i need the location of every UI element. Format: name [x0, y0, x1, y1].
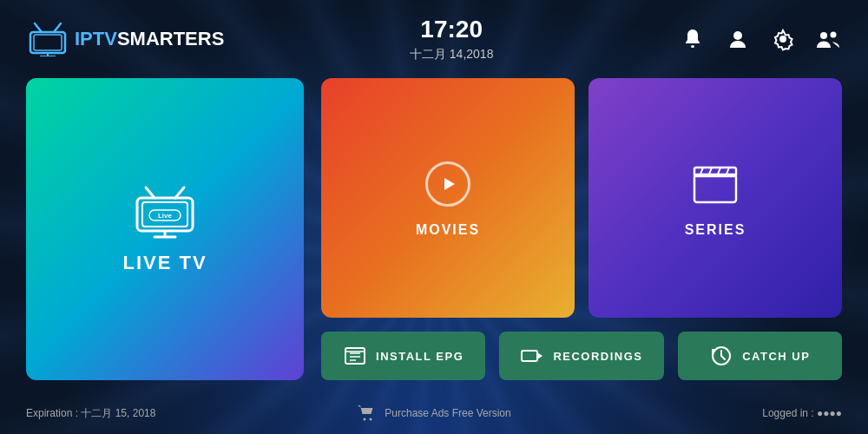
catch-up-label: CATCH UP	[742, 350, 810, 363]
svg-marker-32	[537, 352, 542, 359]
settings-icon[interactable]	[769, 25, 797, 53]
logo: IPTVSMARTERS	[26, 22, 224, 56]
catchup-icon	[709, 344, 733, 368]
svg-point-34	[364, 418, 366, 421]
svg-point-9	[820, 32, 827, 39]
live-tv-icon: Live	[130, 185, 200, 241]
footer-purchase[interactable]: Purchase Ads Free Version	[298, 404, 569, 422]
user-icon[interactable]	[724, 25, 752, 53]
recordings-icon	[520, 344, 544, 368]
header-center: 17:20 十二月 14,2018	[224, 16, 679, 62]
svg-point-35	[370, 418, 372, 421]
play-icon	[422, 158, 474, 210]
time-display: 17:20	[410, 16, 494, 43]
footer-expiration: Expiration : 十二月 15, 2018	[26, 406, 298, 421]
svg-line-2	[35, 23, 42, 32]
logo-icon	[26, 22, 69, 56]
clapperboard-icon	[689, 158, 741, 210]
header-icons	[679, 25, 842, 53]
svg-text:Live: Live	[158, 212, 173, 220]
svg-point-7	[733, 31, 742, 40]
svg-line-12	[175, 187, 184, 198]
svg-point-10	[831, 32, 837, 38]
footer-logged-in: Logged in : ●●●●	[570, 407, 842, 419]
svg-rect-1	[34, 35, 62, 50]
svg-rect-27	[345, 348, 365, 364]
catch-up-button[interactable]: CATCH UP	[678, 332, 842, 380]
series-label: SERIES	[685, 222, 746, 238]
date-display: 十二月 14,2018	[410, 47, 494, 62]
svg-rect-20	[694, 174, 736, 202]
logo-text: IPTVSMARTERS	[75, 28, 224, 50]
epg-icon	[343, 344, 367, 368]
svg-marker-19	[444, 178, 455, 190]
live-tv-label: LIVE TV	[122, 252, 207, 274]
multi-user-icon[interactable]	[814, 25, 842, 53]
right-panel: MOVIES	[321, 78, 842, 380]
cart-icon	[357, 404, 376, 422]
install-epg-button[interactable]: INSTALL EPG	[321, 332, 485, 380]
install-epg-label: INSTALL EPG	[376, 350, 464, 363]
recordings-button[interactable]: RECORDINGS	[499, 332, 663, 380]
recordings-label: RECORDINGS	[553, 350, 642, 363]
svg-rect-31	[522, 351, 537, 361]
main-content: Live LIVE TV MOVIES	[0, 78, 868, 398]
svg-line-3	[54, 23, 61, 32]
movies-label: MOVIES	[416, 222, 480, 238]
footer: Expiration : 十二月 15, 2018 Purchase Ads F…	[0, 398, 868, 434]
svg-line-11	[146, 187, 155, 198]
header: IPTVSMARTERS 17:20 十二月 14,2018	[0, 0, 868, 78]
notification-icon[interactable]	[679, 25, 707, 53]
bottom-buttons: INSTALL EPG RECORDINGS	[321, 332, 842, 380]
movies-card[interactable]: MOVIES	[321, 78, 575, 318]
live-tv-card[interactable]: Live LIVE TV	[26, 78, 304, 380]
series-card[interactable]: SERIES	[589, 78, 842, 318]
svg-point-8	[779, 36, 786, 43]
svg-point-6	[691, 45, 694, 48]
